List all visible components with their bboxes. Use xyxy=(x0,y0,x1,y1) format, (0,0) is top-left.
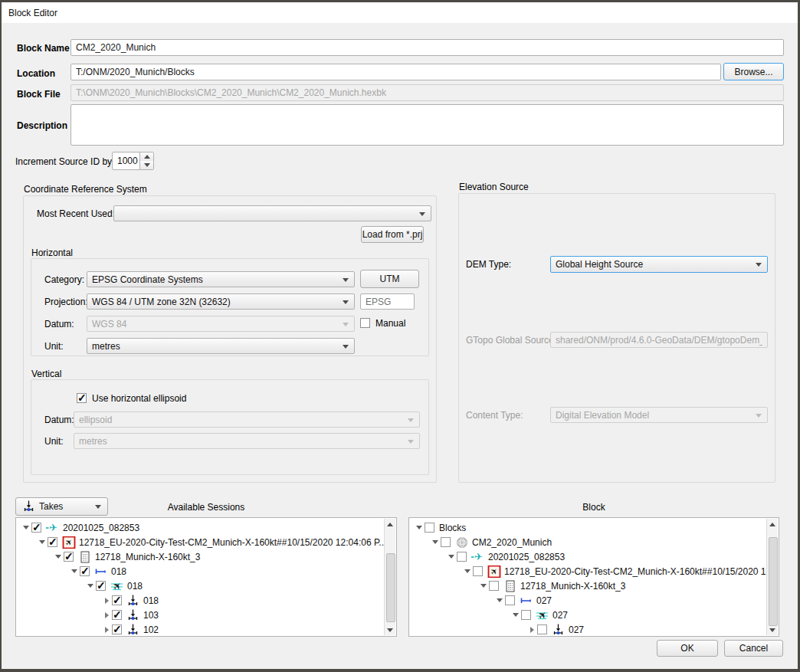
block-name-input[interactable] xyxy=(70,39,784,56)
dem-type-combo[interactable]: Global Height Source xyxy=(550,256,768,273)
session-plane-icon: ✈ xyxy=(46,522,60,534)
load-from-prj-button[interactable]: Load from *.prj xyxy=(361,226,424,243)
tree-item-label: 027 xyxy=(536,595,552,606)
expander-expanded-icon[interactable] xyxy=(494,598,505,602)
chevron-down-icon xyxy=(756,263,762,267)
tree-checkbox[interactable] xyxy=(505,595,515,605)
increment-value[interactable]: 1000 xyxy=(113,152,139,169)
window-title: Block Editor xyxy=(8,8,57,18)
description-input[interactable] xyxy=(70,104,784,146)
tree-checkbox[interactable] xyxy=(96,581,106,591)
tree-row[interactable]: 018 xyxy=(16,593,385,608)
expander-expanded-icon[interactable] xyxy=(446,555,457,559)
description-label: Description xyxy=(17,120,67,131)
arrow-up-icon xyxy=(144,155,150,159)
elevation-group-title: Elevation Source xyxy=(459,182,529,192)
tree-checkbox[interactable] xyxy=(112,595,122,605)
ok-button[interactable]: OK xyxy=(657,640,718,657)
tree-item-label: 103 xyxy=(143,610,159,621)
expander-collapsed-icon[interactable] xyxy=(101,612,112,618)
expander-expanded-icon[interactable] xyxy=(430,540,441,544)
tree-row[interactable]: 102 xyxy=(16,622,385,637)
expander-expanded-icon[interactable] xyxy=(37,540,48,544)
vertical-scrollbar[interactable] xyxy=(766,519,778,635)
tree-checkbox[interactable] xyxy=(441,537,451,547)
available-sessions-tree[interactable]: ✈20201025_082853✈12718_EU-2020-City-Test… xyxy=(15,517,397,637)
block-tree[interactable]: BlocksCM2_2020_Munich✈20201025_082853✈12… xyxy=(408,517,779,637)
expander-expanded-icon[interactable] xyxy=(462,569,473,573)
use-horizontal-ellipsoid-checkbox[interactable] xyxy=(77,393,87,403)
scrollbar-thumb[interactable] xyxy=(386,553,395,622)
tree-row[interactable]: 027 xyxy=(409,622,767,637)
tree-row[interactable]: 103 xyxy=(16,608,385,622)
expander-collapsed-icon[interactable] xyxy=(101,598,112,604)
scroll-down-button[interactable] xyxy=(385,624,395,635)
scrollbar-thumb[interactable] xyxy=(769,537,778,626)
expander-expanded-icon[interactable] xyxy=(85,584,96,588)
cancel-button[interactable]: Cancel xyxy=(724,640,783,657)
tree-checkbox[interactable] xyxy=(425,523,434,533)
scroll-down-button[interactable] xyxy=(767,624,778,635)
tree-row[interactable]: ✈027 xyxy=(409,608,767,622)
location-input[interactable] xyxy=(70,64,721,80)
manual-checkbox[interactable] xyxy=(360,318,370,328)
tree-item-label: 018 xyxy=(143,595,159,606)
tree-row[interactable]: CM2_2020_Munich xyxy=(409,535,767,549)
tree-row[interactable]: ✈20201025_082853 xyxy=(16,520,385,535)
epsg-code-input[interactable] xyxy=(360,293,415,310)
tree-checkbox[interactable] xyxy=(112,610,122,620)
tree-row[interactable]: 027 xyxy=(409,593,767,608)
spinner-up-button[interactable] xyxy=(140,152,153,161)
content-type-label: Content Type: xyxy=(466,410,523,421)
scroll-up-button[interactable] xyxy=(767,519,778,529)
chevron-down-icon xyxy=(343,300,349,304)
most-recent-used-combo[interactable] xyxy=(113,205,431,221)
unit-combo[interactable]: metres xyxy=(87,338,355,354)
tree-checkbox[interactable] xyxy=(112,624,122,634)
expander-collapsed-icon[interactable] xyxy=(526,627,537,633)
projection-combo[interactable]: WGS 84 / UTM zone 32N (32632) xyxy=(87,293,355,310)
expander-expanded-icon[interactable] xyxy=(53,555,64,559)
vertical-scrollbar[interactable] xyxy=(384,519,395,635)
tree-row[interactable]: 12718_Munich-X-160kt_3 xyxy=(16,549,385,564)
take-icon xyxy=(552,624,566,636)
expander-expanded-icon[interactable] xyxy=(478,584,489,588)
tree-row[interactable]: 018 xyxy=(16,564,385,579)
tree-checkbox[interactable] xyxy=(457,552,467,562)
svg-text:✈: ✈ xyxy=(474,551,483,562)
take-icon xyxy=(126,595,140,607)
tree-row[interactable]: ✈20201025_082853 xyxy=(409,549,767,564)
expander-expanded-icon[interactable] xyxy=(21,526,31,529)
tree-checkbox[interactable] xyxy=(521,610,531,620)
expander-expanded-icon[interactable] xyxy=(69,569,80,573)
tree-row[interactable]: Blocks xyxy=(409,520,767,535)
expander-expanded-icon[interactable] xyxy=(510,613,521,617)
utm-button[interactable]: UTM xyxy=(360,270,419,288)
tree-checkbox[interactable] xyxy=(48,537,57,547)
increment-spinner[interactable]: 1000 xyxy=(112,152,154,170)
tree-checkbox[interactable] xyxy=(537,624,547,634)
location-label: Location xyxy=(17,68,55,79)
tree-checkbox[interactable] xyxy=(473,566,483,576)
datum-combo: WGS 84 xyxy=(87,316,355,332)
tree-row[interactable]: ✈12718_EU-2020-City-Test-CM2_Munich-X-16… xyxy=(409,564,767,579)
tree-checkbox[interactable] xyxy=(64,552,74,562)
tree-checkbox[interactable] xyxy=(489,581,499,591)
category-combo[interactable]: EPSG Coordinate Systems xyxy=(87,271,355,287)
title-bar: Block Editor xyxy=(2,2,798,23)
browse-button[interactable]: Browse... xyxy=(723,63,784,80)
arrow-down-icon xyxy=(144,163,150,167)
tree-row[interactable]: ✈018 xyxy=(16,579,385,593)
expander-expanded-icon[interactable] xyxy=(414,526,425,529)
expander-collapsed-icon[interactable] xyxy=(101,627,112,633)
tree-checkbox[interactable] xyxy=(80,566,90,576)
tree-checkbox[interactable] xyxy=(31,523,41,533)
category-label: Category: xyxy=(44,274,84,285)
unit-label: Unit: xyxy=(44,341,64,352)
tree-row[interactable]: 12718_Munich-X-160kt_3 xyxy=(409,579,767,593)
take-icon xyxy=(126,609,140,621)
tree-item-label: CM2_2020_Munich xyxy=(472,537,552,548)
scroll-up-button[interactable] xyxy=(385,519,395,529)
spinner-down-button[interactable] xyxy=(140,161,153,169)
tree-row[interactable]: ✈12718_EU-2020-City-Test-CM2_Munich-X-16… xyxy=(16,535,385,549)
